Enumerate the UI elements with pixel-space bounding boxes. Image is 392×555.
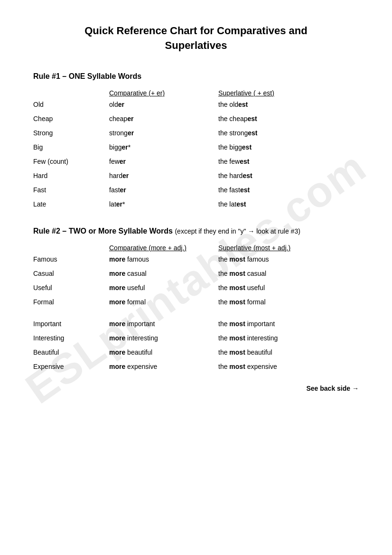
comparative: fewer <box>109 158 218 165</box>
page-title: Quick Reference Chart for Comparatives a… <box>33 24 359 53</box>
rule2-col-headers: Comparative (more + adj.) Superlative (m… <box>33 244 359 252</box>
table-row: Few (count) fewer the fewest <box>33 158 359 165</box>
comparative: more expensive <box>109 363 218 370</box>
base-word: Important <box>33 320 109 328</box>
table-row: Old older the oldest <box>33 101 359 108</box>
base-word: Hard <box>33 172 109 179</box>
comparative: cheaper <box>109 115 218 122</box>
superlative: the hardest <box>218 172 359 179</box>
rule1-section: Rule #1 – ONE Syllable Words Comparative… <box>33 72 359 208</box>
base-word: Big <box>33 143 109 151</box>
rule2-section: Rule #2 – TWO or More Syllable Words (ex… <box>33 227 359 370</box>
table-row: Late later* the latest <box>33 200 359 208</box>
comparative: bigger* <box>109 143 218 151</box>
base-word: Interesting <box>33 334 109 342</box>
superlative: the strongest <box>218 129 359 137</box>
title-line2: Superlatives <box>165 39 227 51</box>
comparative: more interesting <box>109 334 218 342</box>
base-word: Useful <box>33 284 109 292</box>
superlative: the biggest <box>218 143 359 151</box>
rule1-col-headers: Comparative (+ er) Superlative ( + est) <box>33 89 359 97</box>
table-row: Important more important the most import… <box>33 320 359 328</box>
table-row: Big bigger* the biggest <box>33 143 359 151</box>
base-word: Cheap <box>33 115 109 122</box>
content: Quick Reference Chart for Comparatives a… <box>33 24 359 392</box>
base-word: Beautiful <box>33 348 109 356</box>
superlative: the most beautiful <box>218 348 359 356</box>
table-row: Cheap cheaper the cheapest <box>33 115 359 122</box>
comparative: more formal <box>109 298 218 306</box>
comparative: harder <box>109 172 218 179</box>
base-word: Expensive <box>33 363 109 370</box>
table-row: Famous more famous the most famous <box>33 255 359 263</box>
superlative: the most formal <box>218 298 359 306</box>
rule1-col2-header: Comparative (+ er) <box>109 89 218 97</box>
table-row: Expensive more expensive the most expens… <box>33 363 359 370</box>
comparative: more useful <box>109 284 218 292</box>
comparative: more famous <box>109 255 218 263</box>
rule2-group2: Important more important the most import… <box>33 320 359 370</box>
superlative: the oldest <box>218 101 359 108</box>
superlative: the latest <box>218 200 359 208</box>
superlative: the most interesting <box>218 334 359 342</box>
superlative: the most casual <box>218 270 359 277</box>
superlative: the most expensive <box>218 363 359 370</box>
superlative: the cheapest <box>218 115 359 122</box>
comparative: more casual <box>109 270 218 277</box>
base-word: Formal <box>33 298 109 306</box>
table-row: Useful more useful the most useful <box>33 284 359 292</box>
base-word: Late <box>33 200 109 208</box>
title-line1: Quick Reference Chart for Comparatives a… <box>84 25 307 37</box>
superlative: the most famous <box>218 255 359 263</box>
rule1-col1-header <box>33 89 109 97</box>
superlative: the most important <box>218 320 359 328</box>
rule1-col3-header: Superlative ( + est) <box>218 89 359 97</box>
base-word: Fast <box>33 186 109 194</box>
rule2-col1-header <box>33 244 109 252</box>
table-row: Fast faster the fastest <box>33 186 359 194</box>
rule2-col3-header: Superlative (most + adj.) <box>218 244 359 252</box>
back-side-label: See back side → <box>33 385 359 392</box>
comparative: more important <box>109 320 218 328</box>
table-row: Strong stronger the strongest <box>33 129 359 137</box>
rule2-title-suffix: (except if they end in "y" → look at rul… <box>175 227 300 235</box>
base-word: Strong <box>33 129 109 137</box>
comparative: faster <box>109 186 218 194</box>
comparative: more beautiful <box>109 348 218 356</box>
superlative: the most useful <box>218 284 359 292</box>
superlative: the fewest <box>218 158 359 165</box>
rule2-col2-header: Comparative (more + adj.) <box>109 244 218 252</box>
table-row: Formal more formal the most formal <box>33 298 359 306</box>
comparative: later* <box>109 200 218 208</box>
base-word: Few (count) <box>33 158 109 165</box>
page: ESLprintables.com Quick Reference Chart … <box>0 0 392 555</box>
rule1-title: Rule #1 – ONE Syllable Words <box>33 72 359 81</box>
table-row: Casual more casual the most casual <box>33 270 359 277</box>
base-word: Old <box>33 101 109 108</box>
table-row: Beautiful more beautiful the most beauti… <box>33 348 359 356</box>
table-row: Hard harder the hardest <box>33 172 359 179</box>
rule2-title: Rule #2 – TWO or More Syllable Words (ex… <box>33 227 359 235</box>
comparative: stronger <box>109 129 218 137</box>
comparative: older <box>109 101 218 108</box>
base-word: Famous <box>33 255 109 263</box>
table-row: Interesting more interesting the most in… <box>33 334 359 342</box>
base-word: Casual <box>33 270 109 277</box>
superlative: the fastest <box>218 186 359 194</box>
